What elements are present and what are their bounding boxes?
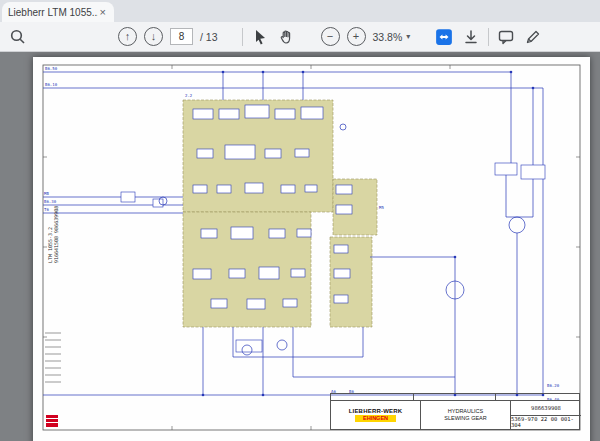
browser-tab[interactable]: Liebherr LTM 1055... × <box>2 2 114 22</box>
port-label: B6.10 <box>45 82 58 87</box>
valve-symbol <box>281 185 295 193</box>
valve-symbol <box>305 185 317 192</box>
port-label: M5 <box>379 205 384 210</box>
junction-dot <box>302 71 305 74</box>
valve-symbol <box>259 267 279 279</box>
valve-symbol <box>283 299 297 307</box>
chevron-down-icon[interactable]: ▾ <box>406 32 410 41</box>
valve-symbol <box>197 149 213 158</box>
valve-symbol <box>245 183 263 193</box>
junction-dot <box>454 256 457 259</box>
valve-symbol <box>336 185 352 194</box>
junction-dot <box>202 394 205 397</box>
hydraulic-schematic: B6.50B6.10MBB6.30T62.2M5B6.20B6.40T7.6A6… <box>33 57 590 441</box>
select-tool-icon[interactable] <box>250 27 270 47</box>
download-icon[interactable] <box>461 27 481 47</box>
valve-symbol <box>231 227 253 239</box>
manufacturer-name: LIEBHERR-WERK <box>349 408 403 414</box>
valve-symbol <box>153 199 163 207</box>
page-up-button[interactable]: ↑ <box>118 27 137 46</box>
valve-symbol <box>121 192 135 202</box>
side-strip-ident: 916641508 986639908 <box>53 206 59 263</box>
valve-symbol <box>193 269 211 279</box>
drawing-title-line2: SLEWING GEAR <box>444 415 486 422</box>
port-label: MB <box>44 191 49 196</box>
title-block-header-row <box>330 393 580 400</box>
page-down-button[interactable]: ↓ <box>144 27 163 46</box>
toolbar-divider <box>242 28 243 46</box>
drawing-title: HYDRAULICS SLEWING GEAR <box>421 401 511 429</box>
ident-number: 986639908 <box>511 401 581 416</box>
valve-symbol <box>334 269 350 278</box>
valve-symbol <box>334 295 348 303</box>
valve-symbol <box>521 165 545 179</box>
valve-symbol <box>201 229 217 238</box>
valve-symbol <box>229 269 245 278</box>
hand-tool-icon[interactable] <box>277 27 297 47</box>
drawing-numbers: 986639908 5369-970 22 00 001- 304 <box>511 401 581 429</box>
valve-symbol <box>495 163 517 175</box>
port-label: B6.20 <box>547 383 560 388</box>
page-number-input[interactable]: 8 <box>170 28 193 45</box>
page-count-label: / 13 <box>200 31 218 43</box>
port-label: B6.50 <box>45 66 58 71</box>
valve-symbol <box>297 229 311 237</box>
valve-symbol <box>336 205 352 214</box>
valve-symbol <box>301 107 323 119</box>
pen-icon[interactable] <box>523 27 543 47</box>
tab-close-icon[interactable]: × <box>98 6 108 18</box>
round-component <box>340 124 346 130</box>
valve-symbol <box>193 185 207 193</box>
drawing-title-line1: HYDRAULICS <box>448 408 483 415</box>
drawing-number: 5369-970 22 00 001- 304 <box>511 416 581 430</box>
port-label: 2.2 <box>185 93 193 98</box>
comment-icon[interactable] <box>496 27 516 47</box>
junction-dot <box>532 87 535 90</box>
valve-symbol <box>334 245 348 253</box>
tab-title: Liebherr LTM 1055... <box>8 7 98 18</box>
side-title-strip: LTM 1055-3.2 916641508 986639908 <box>47 206 59 263</box>
valve-symbol <box>291 269 305 277</box>
valve-symbol <box>247 299 265 309</box>
valve-symbol <box>236 340 262 352</box>
valve-symbol <box>211 299 227 308</box>
round-component <box>509 217 525 233</box>
valve-symbol <box>295 149 309 157</box>
manufacturer-city-badge: EHINGEN <box>355 415 396 422</box>
valve-symbol <box>193 109 213 119</box>
round-component <box>277 340 287 350</box>
toolbar-divider <box>488 28 489 46</box>
valve-symbol <box>219 109 239 119</box>
pdf-viewport[interactable]: B6.50B6.10MBB6.30T62.2M5B6.20B6.40T7.6A6… <box>0 52 600 441</box>
pdf-page: B6.50B6.10MBB6.30T62.2M5B6.20B6.40T7.6A6… <box>33 57 590 441</box>
search-icon[interactable] <box>8 27 28 47</box>
fit-width-icon[interactable] <box>434 27 454 47</box>
valve-symbol <box>275 109 295 119</box>
junction-dot <box>510 71 513 74</box>
junction-dot <box>262 71 265 74</box>
zoom-level-value[interactable]: 33.8% <box>373 31 403 43</box>
valve-symbol <box>225 145 255 159</box>
junction-dot <box>262 394 265 397</box>
tab-bar: Liebherr LTM 1055... × <box>0 0 600 22</box>
zoom-out-button[interactable]: − <box>321 27 340 46</box>
pdf-toolbar: ↑ ↓ 8 / 13 − + 33.8% ▾ <box>0 22 600 52</box>
manufacturer-logo: LIEBHERR-WERK EHINGEN <box>331 401 421 429</box>
title-block: LIEBHERR-WERK EHINGEN HYDRAULICS SLEWING… <box>330 400 580 430</box>
zoom-in-button[interactable]: + <box>347 27 366 46</box>
junction-dot <box>222 71 225 74</box>
valve-symbol <box>245 105 269 118</box>
valve-symbol <box>217 185 231 193</box>
port-label: B6.30 <box>44 199 57 204</box>
valve-symbol <box>269 229 285 238</box>
valve-symbol <box>265 149 281 158</box>
liebherr-crane-logo <box>46 415 58 427</box>
